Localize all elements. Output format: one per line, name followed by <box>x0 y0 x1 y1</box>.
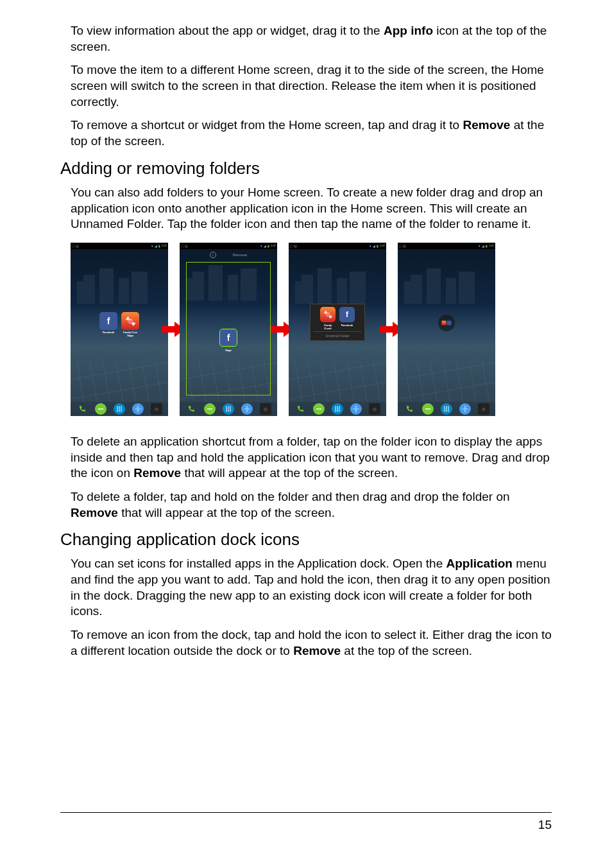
svg-point-26 <box>335 406 336 408</box>
remove-label: Remove <box>233 253 247 257</box>
svg-point-45 <box>444 410 445 412</box>
messages-icon: ••• <box>204 403 216 415</box>
bold-remove-4: Remove <box>293 644 341 657</box>
svg-point-32 <box>335 410 336 412</box>
home-apps: f Facebook 🍬 Candy CrusSaga <box>71 312 168 330</box>
candy-app-icon: 🍬 Candy CrusSaga <box>121 312 139 330</box>
paragraph-dock-set: You can set icons for installed apps in … <box>60 556 552 620</box>
svg-point-18 <box>230 408 231 410</box>
svg-point-27 <box>337 406 338 408</box>
messages-icon: ••• <box>313 403 325 415</box>
paragraph-delete-shortcut: To delete an application shortcut from a… <box>60 434 552 482</box>
facebook-app-icon: f Facebook <box>99 312 117 330</box>
svg-point-30 <box>337 408 338 410</box>
remove-bar: i Remove <box>180 249 277 261</box>
svg-point-43 <box>446 408 447 410</box>
svg-point-7 <box>119 410 120 412</box>
heading-dock: Changing application dock icons <box>60 530 552 550</box>
screenshot-sequence: ▢ ▤ ▾ ◢ ▮ 2:27 f Facebook 🍬 Ca <box>60 243 552 416</box>
svg-point-34 <box>339 410 340 412</box>
candy-app-icon: 🍬 CandyCrush <box>320 307 336 322</box>
phone-screen-1: ▢ ▤ ▾ ◢ ▮ 2:27 f Facebook 🍬 Ca <box>71 243 168 416</box>
camera-icon <box>260 403 271 415</box>
phone-icon <box>185 403 197 415</box>
apps-icon <box>114 403 125 415</box>
apps-icon <box>223 403 234 415</box>
folder-open-popup: 🍬 CandyCrush f Facebook Unnamed Folder <box>310 304 365 341</box>
heading-folders: Adding or removing folders <box>60 159 552 178</box>
paragraph-appinfo: To view information about the app or wid… <box>60 23 552 55</box>
phone-screen-3: ▢ ▤ ▾◢▮ 2:27 🍬 CandyCrush f <box>289 243 386 416</box>
browser-icon <box>350 403 362 415</box>
paragraph-addfolders: You can also add folders to your Home sc… <box>60 185 552 232</box>
paragraph-move: To move the item to a different Home scr… <box>60 62 552 110</box>
bold-remove-3: Remove <box>71 506 118 519</box>
svg-point-40 <box>446 406 447 408</box>
paragraph-delete-folder: To delete a folder, tap and hold on the … <box>60 489 552 521</box>
svg-point-2 <box>121 406 122 408</box>
svg-point-38 <box>373 408 375 410</box>
camera-icon <box>369 403 380 415</box>
closed-folder-icon <box>438 315 455 331</box>
svg-point-46 <box>446 410 447 412</box>
browser-icon <box>459 403 471 415</box>
svg-point-51 <box>482 408 484 410</box>
phone-icon <box>294 403 306 415</box>
camera-icon <box>151 403 162 415</box>
dragging-facebook-icon: f Saga <box>219 329 237 347</box>
svg-point-39 <box>444 406 445 408</box>
messages-icon: ••• <box>95 403 106 415</box>
svg-point-14 <box>228 406 229 408</box>
svg-point-17 <box>228 408 229 410</box>
svg-point-13 <box>226 406 227 408</box>
svg-point-29 <box>335 408 336 410</box>
svg-point-12 <box>155 408 157 410</box>
svg-point-19 <box>226 410 227 412</box>
apps-icon <box>441 403 452 415</box>
phone-screen-4: ▢ ▤ ▾◢▮ 2:27 ••• <box>398 243 495 416</box>
status-left-icons: ▢ ▤ <box>72 244 79 248</box>
footer-divider <box>60 812 552 813</box>
svg-point-44 <box>448 408 449 410</box>
svg-point-20 <box>228 410 229 412</box>
camera-icon <box>478 403 489 415</box>
messages-icon: ••• <box>422 403 434 415</box>
phone-icon <box>76 403 88 415</box>
browser-icon <box>132 403 144 415</box>
phone-screen-2: ▢ ▤ ▾◢▮ 2:27 i Remove f Saga ••• <box>180 243 277 416</box>
status-time: 2:27 <box>162 244 167 247</box>
svg-point-5 <box>121 408 122 410</box>
browser-icon <box>241 403 253 415</box>
svg-point-1 <box>119 406 120 408</box>
svg-point-4 <box>119 408 120 410</box>
svg-point-33 <box>337 410 338 412</box>
page-number: 15 <box>538 818 552 832</box>
svg-point-42 <box>444 408 445 410</box>
phone-icon <box>404 403 415 415</box>
info-circle-icon: i <box>210 252 216 258</box>
svg-point-21 <box>230 410 231 412</box>
wifi-icon: ▾ <box>151 244 153 248</box>
svg-point-8 <box>121 410 122 412</box>
facebook-app-icon: f Facebook <box>339 307 355 322</box>
svg-point-41 <box>448 406 449 408</box>
svg-point-15 <box>230 406 231 408</box>
status-bar: ▢ ▤ ▾ ◢ ▮ 2:27 <box>71 243 168 249</box>
svg-point-0 <box>117 406 118 408</box>
folder-name-label: Unnamed Folder <box>313 331 362 338</box>
paragraph-remove-shortcut: To remove a shortcut or widget from the … <box>60 117 552 149</box>
signal-icon: ◢ <box>155 244 157 248</box>
apps-icon <box>332 403 343 415</box>
bold-application: Application <box>446 557 513 570</box>
svg-point-31 <box>339 408 340 410</box>
battery-icon: ▮ <box>158 244 160 248</box>
bold-remove-2: Remove <box>133 466 181 480</box>
svg-point-47 <box>448 410 449 412</box>
svg-point-6 <box>117 410 118 412</box>
svg-point-3 <box>117 408 118 410</box>
bold-appinfo: App info <box>384 24 433 37</box>
svg-point-16 <box>226 408 227 410</box>
dock: ••• <box>71 402 168 416</box>
svg-point-25 <box>264 408 266 410</box>
bold-remove-1: Remove <box>463 118 510 132</box>
